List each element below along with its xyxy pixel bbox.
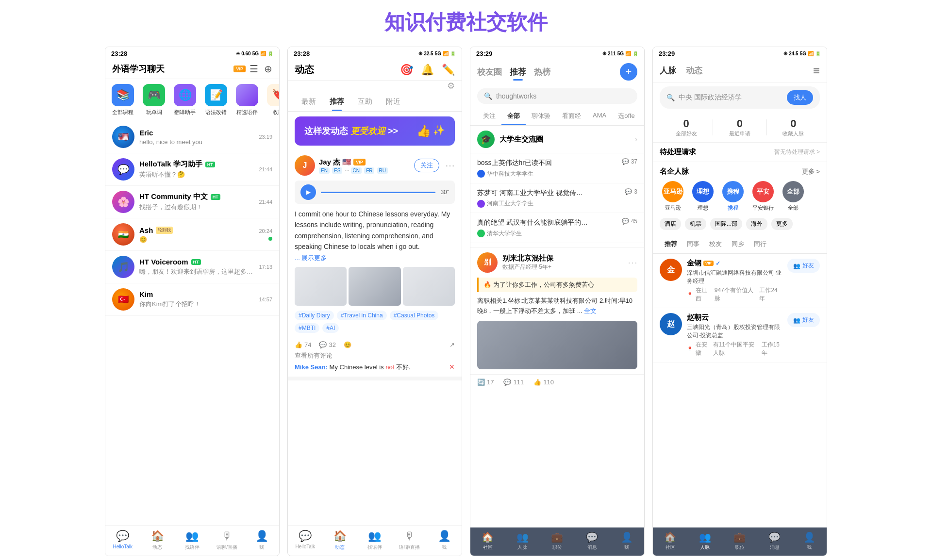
chat-item-htc[interactable]: 🌸 HT Community 中文 HT 找搭子，过有趣假期！ 21:44 (105, 186, 279, 218)
p4-nav-community[interactable]: 🏠 社区 (653, 531, 688, 551)
p3-nav-network[interactable]: 👥 人脉 (505, 531, 540, 551)
celeb-pingan[interactable]: 平安 平安银行 (750, 181, 776, 211)
filter-interview[interactable]: 看面经 (556, 108, 587, 125)
chat-item-ht[interactable]: 💬 HelloTalk 学习助手 HT 英语听不懂？🤔 21:44 (105, 153, 279, 186)
recommend-tab-alumni[interactable]: 校友 (704, 238, 727, 250)
p3-nav-community[interactable]: 🏠 社区 (470, 531, 505, 551)
tab-nearby[interactable]: 附近 (379, 92, 407, 111)
filter-follow[interactable]: 关注 (477, 108, 501, 125)
sub-intl[interactable]: 国际...部 (710, 218, 742, 230)
celeb-trip[interactable]: 携程 携程 (720, 181, 746, 211)
tag-travel[interactable]: #Travel in China (337, 311, 387, 320)
p3-post-3[interactable]: 真的绝望 武汉有什么能彻底躺平的… 清华大学学生 💬 45 (470, 213, 644, 243)
shortcut-translate[interactable]: 🌐 翻译助手 (170, 84, 200, 116)
comment-button[interactable]: 💬 32 (319, 341, 335, 348)
post-image-1[interactable] (295, 267, 347, 306)
tab-trending[interactable]: 热榜 (534, 65, 550, 80)
p3-nav-me[interactable]: 👤 我 (609, 531, 644, 551)
p4-menu-icon[interactable]: ≡ (813, 64, 820, 78)
p3-post-2[interactable]: 苏梦可 河南工业大学毕业 视觉传… 河南工业大学学生 💬 3 (470, 183, 644, 214)
p3-post-1[interactable]: boss上英伟达hr已读不回 华中科技大学学生 💬 37 (470, 153, 644, 183)
nav-voice[interactable]: 🎙 语聊/直播 (210, 530, 245, 551)
nav-partner[interactable]: 👥 找语伴 (175, 530, 210, 551)
p2-nav-hellotalk[interactable]: 💬 HelloTalk (288, 530, 323, 551)
sub-overseas[interactable]: 海外 (746, 218, 767, 230)
tab-help[interactable]: 互助 (351, 92, 379, 111)
emoji-button[interactable]: 😊 (344, 341, 351, 348)
p4-nav-me[interactable]: 👤 我 (792, 531, 827, 551)
comment-close[interactable]: ✕ (449, 363, 455, 371)
p2-nav-partner[interactable]: 👥 找语伴 (357, 530, 392, 551)
p4-nav-jobs[interactable]: 💼 职位 (722, 531, 757, 551)
vip-badge[interactable]: VIP (233, 66, 246, 72)
post-audio[interactable]: ▶ 30" (295, 181, 455, 204)
tag-photos[interactable]: #Casual Photos (390, 311, 439, 320)
sub-more[interactable]: 更多 (771, 218, 793, 230)
celeb-ideal[interactable]: 理想 理想 (690, 181, 716, 211)
p2-nav-voice[interactable]: 🎙 语聊/直播 (392, 530, 427, 551)
shortcut-grammar[interactable]: 📝 语法改错 (201, 84, 231, 116)
filter-chat[interactable]: 聊体验 (526, 108, 556, 125)
chat-item-eric[interactable]: 🇺🇸 Eric hello, nice to meet you 23:19 (105, 121, 279, 153)
filter-ama[interactable]: AMA (587, 108, 612, 125)
tab-latest[interactable]: 最新 (295, 92, 323, 111)
play-button[interactable]: ▶ (300, 184, 316, 200)
nav-me[interactable]: 👤 我 (244, 530, 279, 551)
chat-item-htv[interactable]: 🎵 HT Voiceroom HT 嗨，朋友！欢迎来到语聊房，这里超多… 17:… (105, 251, 279, 283)
p3-group-header[interactable]: 🎓 大学生交流圈 › (470, 126, 644, 153)
shortcut-words[interactable]: 🎮 玩单词 (139, 84, 168, 116)
friend-btn-2[interactable]: 👥 好友 (787, 313, 820, 327)
nav-hellotalk[interactable]: 💬 HelloTalk (105, 530, 140, 551)
p4-tab-network[interactable]: 人脉 (660, 63, 676, 78)
celeb-all[interactable]: 全部 全部 (780, 181, 806, 211)
tag-diary[interactable]: #Daily Diary (295, 311, 334, 320)
view-comments[interactable]: 查看所有评论 (295, 351, 455, 360)
recommend-tab-all[interactable]: 推荐 (660, 238, 682, 250)
chat-item-kim[interactable]: 🇹🇷 Kim 你向Kim打了个招呼！ 14:57 (105, 283, 279, 316)
tag-mbti[interactable]: #MBTI (295, 323, 319, 333)
p2-nav-feed[interactable]: 🏠 动态 (323, 530, 358, 551)
p4-tab-feed[interactable]: 动态 (686, 63, 702, 78)
post-image-2[interactable] (349, 267, 400, 306)
stat-likes[interactable]: 🔄 17 (477, 379, 494, 386)
shortcut-courses[interactable]: 📚 全部课程 (108, 84, 137, 116)
more-btn[interactable]: ⋯ (445, 160, 455, 171)
shortcut-partner[interactable]: 精选语伴 (233, 84, 262, 116)
like-button[interactable]: 👍 74 (295, 341, 311, 348)
celeb-amazon[interactable]: 亚马逊 亚马逊 (660, 181, 686, 211)
find-button[interactable]: 找人 (787, 90, 813, 105)
sub-hotel[interactable]: 酒店 (660, 218, 681, 230)
list-icon[interactable]: ☰ (250, 63, 258, 75)
post-image-3[interactable] (403, 267, 455, 306)
p2-banner[interactable]: 这样发动态 更受欢迎 >> 👍 ✨ (295, 116, 455, 146)
tab-recommend[interactable]: 推荐 (510, 65, 526, 80)
edit-icon[interactable]: ✏️ (442, 64, 455, 76)
friend-btn-1[interactable]: 👥 好友 (787, 259, 820, 273)
recommend-tab-colleague[interactable]: 同事 (682, 238, 704, 250)
chat-item-ash[interactable]: 🇮🇳 Ash 轮到我 😊 20:24 (105, 218, 279, 251)
p3-search[interactable]: 🔍 thoughtworks (477, 88, 637, 104)
filter-offer[interactable]: 选offe (612, 108, 640, 125)
p4-search-input[interactable]: 中央 国际政治经济学 (679, 93, 783, 102)
p3-nav-jobs[interactable]: 💼 职位 (540, 531, 575, 551)
follow-button[interactable]: 关注 (414, 159, 439, 172)
tab-alumni[interactable]: 校友圈 (477, 65, 502, 80)
sub-flight[interactable]: 机票 (685, 218, 706, 230)
p3-nav-messages[interactable]: 💬 消息 (575, 531, 610, 551)
p3-card-more-link[interactable]: 全文 (584, 307, 597, 314)
stat-shares[interactable]: 👍 110 (533, 379, 554, 386)
p3-card-image[interactable] (477, 321, 637, 369)
share-button[interactable]: ↗ (449, 341, 455, 348)
filter-icon[interactable]: ⚙ (447, 81, 455, 91)
nav-feed[interactable]: 🏠 动态 (140, 530, 175, 551)
bell-icon[interactable]: 🔔 (421, 64, 434, 76)
p2-nav-me[interactable]: 👤 我 (427, 530, 462, 551)
post-more[interactable]: ... 展示更多 (295, 254, 327, 262)
p4-nav-messages[interactable]: 💬 消息 (757, 531, 792, 551)
p3-card-more-btn[interactable]: ⋯ (628, 257, 637, 268)
tag-ai[interactable]: #AI (322, 323, 339, 333)
filter-all[interactable]: 全部 (501, 108, 526, 125)
add-button[interactable]: + (620, 63, 637, 81)
shortcut-bookmark[interactable]: 🔖 收藏 (264, 84, 279, 116)
add-icon[interactable]: ⊕ (264, 63, 272, 75)
